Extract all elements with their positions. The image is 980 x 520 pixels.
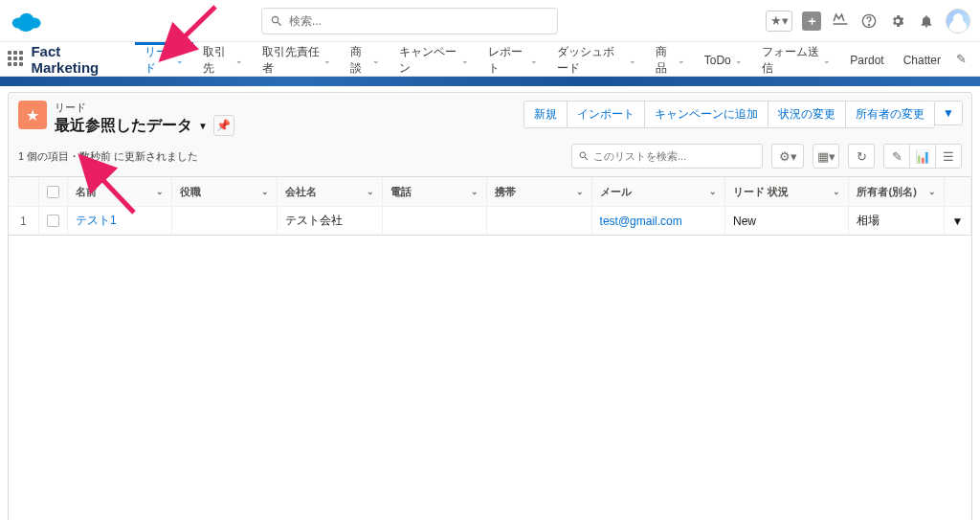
- list-action-buttons: 新規インポートキャンペーンに追加状況の変更所有者の変更: [523, 101, 935, 128]
- display-as-table-icon[interactable]: ▦▾: [813, 144, 839, 169]
- pin-list-button[interactable]: 📌: [213, 115, 234, 136]
- cell-phone: [383, 206, 488, 235]
- list-view-name[interactable]: 最近参照したデータ: [55, 116, 192, 136]
- favorites-button[interactable]: ★▾: [766, 11, 792, 32]
- global-actions-button[interactable]: ＋: [802, 11, 821, 31]
- more-actions-button[interactable]: ▼: [934, 101, 963, 125]
- action-button-3[interactable]: 状況の変更: [768, 102, 846, 127]
- col-header-mobile[interactable]: 携帯⌄: [487, 177, 592, 206]
- action-button-1[interactable]: インポート: [568, 102, 645, 127]
- col-header-role[interactable]: 役職⌄: [172, 177, 278, 206]
- search-icon: [270, 14, 283, 28]
- object-label: リード: [55, 101, 234, 115]
- salesforce-help-icon[interactable]: [831, 11, 850, 31]
- row-checkbox[interactable]: [39, 206, 68, 235]
- table-row: 1テスト1テスト会社test@gmail.comNew相場▼: [9, 206, 971, 235]
- nav-tab-0[interactable]: リード⌄: [135, 42, 193, 76]
- app-nav-bar: Fact Marketing リード⌄取引先⌄取引先責任者⌄商談⌄キャンペーン⌄…: [0, 42, 980, 77]
- row-number-header: [9, 177, 39, 206]
- user-avatar[interactable]: [946, 9, 970, 34]
- decorative-band: [0, 77, 980, 86]
- nav-tab-9[interactable]: フォーム送信⌄: [752, 42, 841, 76]
- setup-gear-icon[interactable]: [888, 11, 907, 31]
- row-number: 1: [9, 206, 39, 235]
- cell-owner: 相場: [849, 206, 945, 235]
- nav-tab-8[interactable]: ToDo⌄: [695, 42, 752, 76]
- chart-icon[interactable]: 📊: [909, 144, 936, 169]
- nav-tab-6[interactable]: ダッシュボード⌄: [547, 42, 646, 76]
- nav-tab-10[interactable]: Pardot: [840, 42, 893, 76]
- nav-tab-11[interactable]: Chatter: [894, 42, 950, 76]
- refresh-icon[interactable]: ↻: [848, 144, 875, 169]
- inline-edit-icon[interactable]: ✎: [883, 144, 910, 169]
- col-header-name[interactable]: 名前⌄: [68, 177, 173, 206]
- global-search-input[interactable]: [289, 14, 549, 28]
- list-status-text: 1 個の項目・数秒前 に更新されました: [18, 149, 562, 164]
- nav-tab-5[interactable]: レポート⌄: [479, 42, 547, 76]
- select-all-header[interactable]: [39, 177, 68, 206]
- app-launcher-icon[interactable]: [8, 51, 23, 68]
- search-icon: [578, 150, 590, 162]
- col-header-status[interactable]: リード 状況⌄: [725, 177, 849, 206]
- nav-tab-4[interactable]: キャンペーン⌄: [390, 42, 479, 76]
- col-header-company[interactable]: 会社名⌄: [278, 177, 383, 206]
- col-header-phone[interactable]: 電話⌄: [383, 177, 488, 206]
- list-search[interactable]: [571, 144, 763, 169]
- cell-email[interactable]: test@gmail.com: [592, 206, 725, 235]
- action-button-0[interactable]: 新規: [524, 102, 568, 127]
- filter-icon[interactable]: ☰: [935, 144, 962, 169]
- col-header-email[interactable]: メール⌄: [592, 177, 725, 206]
- svg-point-3: [18, 21, 33, 32]
- empty-space: [8, 236, 972, 520]
- cell-status: New: [725, 206, 849, 235]
- col-header-actions: [945, 177, 971, 206]
- action-button-2[interactable]: キャンペーンに追加: [645, 102, 768, 127]
- cell-name[interactable]: テスト1: [68, 206, 173, 235]
- global-search[interactable]: [261, 8, 558, 34]
- list-view-switcher-icon[interactable]: ▼: [198, 121, 208, 131]
- svg-point-5: [868, 24, 869, 25]
- cell-company: テスト会社: [278, 206, 383, 235]
- row-actions-button[interactable]: ▼: [945, 206, 971, 235]
- lead-object-icon: ★: [18, 101, 47, 129]
- nav-tab-2[interactable]: 取引先責任者⌄: [253, 42, 342, 76]
- list-view-table: 名前⌄ 役職⌄ 会社名⌄ 電話⌄ 携帯⌄ メール⌄ リード 状況⌄ 所有者(別名…: [8, 177, 972, 236]
- list-search-input[interactable]: [593, 150, 756, 162]
- cell-mobile: [487, 206, 592, 235]
- help-icon[interactable]: [859, 11, 879, 31]
- notifications-bell-icon[interactable]: [917, 11, 936, 31]
- cell-role: [172, 206, 278, 235]
- list-view-header: ★ リード 最近参照したデータ ▼ 📌 新規インポートキャンペーンに追加状況の変…: [8, 92, 972, 177]
- global-header: ★▾ ＋: [0, 0, 980, 42]
- nav-tab-3[interactable]: 商談⌄: [341, 42, 390, 76]
- table-header-row: 名前⌄ 役職⌄ 会社名⌄ 電話⌄ 携帯⌄ メール⌄ リード 状況⌄ 所有者(別名…: [9, 177, 971, 206]
- list-controls-gear-icon[interactable]: ⚙▾: [771, 144, 804, 169]
- action-button-4[interactable]: 所有者の変更: [846, 102, 934, 127]
- col-header-owner[interactable]: 所有者(別名)⌄: [849, 177, 945, 206]
- nav-tab-7[interactable]: 商品⌄: [646, 42, 695, 76]
- nav-tab-1[interactable]: 取引先⌄: [193, 42, 252, 76]
- salesforce-logo: [10, 10, 42, 33]
- app-name: Fact Marketing: [31, 43, 122, 76]
- edit-nav-pencil-icon[interactable]: ✎: [950, 52, 972, 66]
